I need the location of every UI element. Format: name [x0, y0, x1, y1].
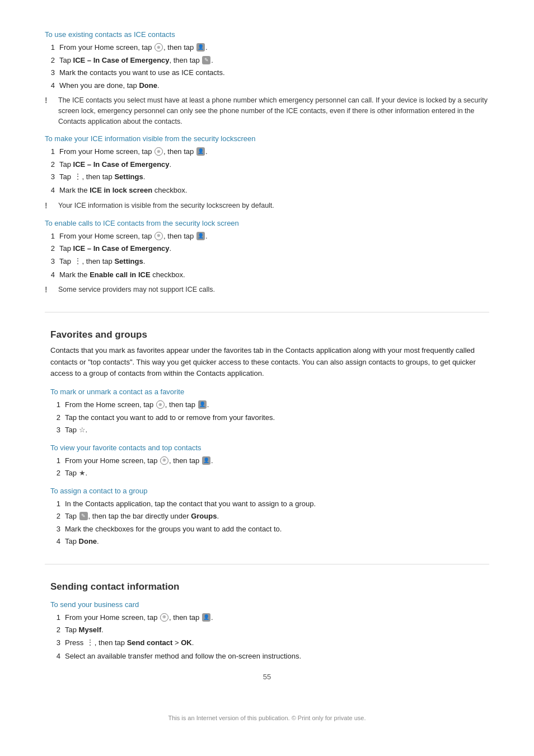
favorites-intro: Contacts that you mark as favorites appe…	[50, 345, 489, 380]
view-favorites-steps: 1 From your Home screen, tap ⊕, then tap…	[50, 455, 489, 479]
step-text: Tap ⋮, then tap Settings.	[59, 171, 489, 183]
step-item: 1 From your Home screen, tap ⊕, then tap…	[45, 42, 489, 53]
step-text: Tap Done.	[65, 536, 489, 547]
step-text: In the Contacts application, tap the con…	[65, 498, 489, 510]
contacts-icon: 👤	[196, 43, 205, 52]
note-block: ! Some service providers may not support…	[45, 284, 489, 295]
page-content: To use existing contacts as ICE contacts…	[45, 30, 489, 721]
note-icon: !	[45, 96, 54, 105]
step-text: Mark the contacts you want to use as ICE…	[59, 67, 489, 78]
menu-icon: ⋮	[86, 637, 94, 648]
note-icon: !	[45, 201, 54, 210]
send-business-card-steps: 1 From your Home screen, tap ⊕, then tap…	[50, 612, 489, 662]
step-number: 2	[50, 624, 60, 636]
menu-icon: ⋮	[74, 171, 82, 183]
step-text: Tap ☆.	[65, 424, 489, 436]
step-item: 2 Tap ICE – In Case of Emergency.	[45, 159, 489, 170]
assign-group-steps: 1 In the Contacts application, tap the c…	[50, 498, 489, 547]
step-number: 3	[45, 256, 55, 268]
step-item: 2 Tap Myself.	[50, 624, 489, 636]
step-item: 1 From your Home screen, tap ⊕, then tap…	[50, 612, 489, 623]
step-number: 3	[50, 424, 60, 436]
ice-visible-section: To make your ICE information visible fro…	[45, 134, 489, 211]
step-text: Tap ⋮, then tap Settings.	[59, 256, 489, 268]
menu-icon: ⋮	[74, 255, 82, 267]
step-number: 2	[45, 159, 55, 170]
step-text: Tap ★.	[65, 468, 489, 479]
contacts-icon: 👤	[196, 147, 205, 156]
contacts-icon: 👤	[202, 613, 210, 622]
step-text: From your Home screen, tap ⊕, then tap 👤…	[59, 231, 489, 242]
step-number: 1	[50, 498, 60, 510]
step-item: 2 Tap ICE – In Case of Emergency.	[45, 243, 489, 254]
step-text: Tap ✎, then tap the bar directly under G…	[65, 511, 489, 522]
step-text: Tap ICE – In Case of Emergency, then tap…	[59, 55, 489, 66]
step-number: 1	[50, 455, 60, 466]
page-footer: This is an Internet version of this publ…	[45, 715, 489, 721]
step-text: From the Home screen, tap ⊕, then tap 👤.	[65, 399, 489, 410]
page-number: 55	[45, 673, 489, 681]
step-number: 4	[50, 536, 60, 547]
step-number: 4	[45, 80, 55, 91]
person-edit-icon: ✎	[79, 512, 88, 520]
ice-calls-heading: To enable calls to ICE contacts from the…	[45, 219, 489, 227]
contacts-icon: 👤	[198, 400, 207, 409]
note-icon: !	[45, 285, 54, 294]
step-item: 3 Mark the contacts you want to use as I…	[45, 67, 489, 78]
step-number: 3	[45, 67, 55, 78]
step-item: 1 In the Contacts application, tap the c…	[50, 498, 489, 510]
section-divider	[45, 312, 489, 312]
step-number: 2	[50, 468, 60, 479]
step-number: 1	[50, 612, 60, 623]
globe-icon: ⊕	[156, 400, 165, 409]
step-text: Select an available transfer method and …	[65, 651, 489, 662]
globe-icon: ⊕	[160, 613, 168, 622]
step-number: 3	[45, 171, 55, 183]
note-block: ! Your ICE information is visible from t…	[45, 200, 489, 211]
person-edit-icon: ✎	[202, 56, 210, 64]
globe-icon: ⊕	[154, 147, 163, 156]
step-text: Mark the Enable call in ICE checkbox.	[59, 269, 489, 281]
step-item: 4 Mark the ICE in lock screen checkbox.	[45, 185, 489, 196]
send-business-card-subsection: To send your business card 1 From your H…	[50, 600, 489, 662]
mark-favorite-heading: To mark or unmark a contact as a favorit…	[50, 388, 489, 396]
step-text: Tap ICE – In Case of Emergency.	[59, 243, 489, 254]
step-text: Tap Myself.	[65, 624, 489, 636]
step-item: 4 Select an available transfer method an…	[50, 651, 489, 662]
step-text: Mark the checkboxes for the groups you w…	[65, 524, 489, 535]
step-item: 3 Tap ⋮, then tap Settings.	[45, 171, 489, 183]
ice-calls-steps: 1 From your Home screen, tap ⊕, then tap…	[45, 231, 489, 281]
note-block: ! The ICE contacts you select must have …	[45, 95, 489, 127]
step-number: 2	[45, 243, 55, 254]
ice-use-existing-steps: 1 From your Home screen, tap ⊕, then tap…	[45, 42, 489, 91]
step-item: 3 Press ⋮, then tap Send contact > OK.	[50, 637, 489, 649]
step-item: 1 From your Home screen, tap ⊕, then tap…	[45, 231, 489, 242]
ice-visible-steps: 1 From your Home screen, tap ⊕, then tap…	[45, 146, 489, 196]
step-text: Press ⋮, then tap Send contact > OK.	[65, 637, 489, 649]
step-item: 1 From your Home screen, tap ⊕, then tap…	[45, 146, 489, 157]
step-item: 1 From the Home screen, tap ⊕, then tap …	[50, 399, 489, 410]
step-number: 4	[45, 185, 55, 196]
step-number: 1	[50, 399, 60, 410]
favorites-groups-section: Favorites and groups Contacts that you m…	[45, 329, 489, 547]
ice-calls-section: To enable calls to ICE contacts from the…	[45, 219, 489, 295]
step-item: 2 Tap the contact you want to add to or …	[50, 412, 489, 423]
view-favorites-heading: To view your favorite contacts and top c…	[50, 444, 489, 452]
step-text: From your Home screen, tap ⊕, then tap 👤…	[59, 146, 489, 157]
send-business-card-heading: To send your business card	[50, 600, 489, 609]
ice-use-existing-section: To use existing contacts as ICE contacts…	[45, 30, 489, 127]
step-number: 2	[45, 55, 55, 66]
step-number: 2	[50, 511, 60, 522]
view-favorites-subsection: To view your favorite contacts and top c…	[50, 444, 489, 479]
step-number: 3	[50, 637, 60, 649]
sending-contact-section: Sending contact information To send your…	[45, 581, 489, 662]
step-item: 4 When you are done, tap Done.	[45, 80, 489, 91]
sending-contact-title: Sending contact information	[50, 581, 489, 592]
step-item: 1 From your Home screen, tap ⊕, then tap…	[50, 455, 489, 466]
section-divider-2	[45, 564, 489, 564]
star-icon: ☆	[79, 426, 86, 434]
step-text: When you are done, tap Done.	[59, 80, 489, 91]
assign-group-heading: To assign a contact to a group	[50, 487, 489, 495]
step-number: 2	[50, 412, 60, 423]
step-text: From your Home screen, tap ⊕, then tap 👤…	[65, 455, 489, 466]
